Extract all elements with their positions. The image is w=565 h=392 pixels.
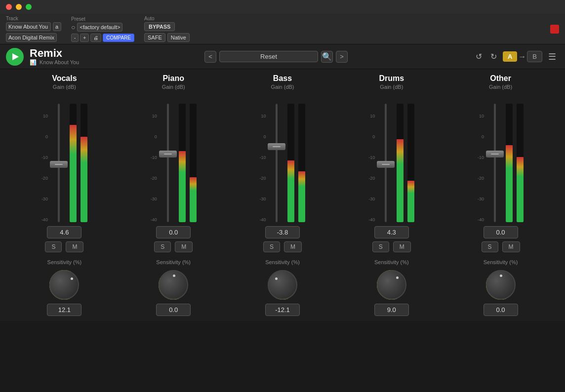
fader-handle-1[interactable]: [159, 151, 177, 157]
acon-select[interactable]: Acon Digital Remix: [6, 33, 57, 42]
sensitivity-value-2[interactable]: -12.1: [265, 304, 300, 316]
fader-handle-2[interactable]: [268, 143, 285, 150]
record-indicator: [550, 25, 559, 34]
print-button[interactable]: 🖨: [90, 34, 101, 42]
solo-button-4[interactable]: S: [482, 241, 498, 252]
auto-label: Auto: [144, 16, 190, 21]
fader-track-container-0[interactable]: [52, 104, 66, 222]
gain-label-1: Gain (dB): [162, 84, 185, 90]
scale-label: -10: [259, 155, 266, 160]
scale-labels-0: 100-10-20-30-40: [41, 114, 48, 222]
sensitivity-value-3[interactable]: 9.0: [374, 304, 409, 316]
scale-label: -10: [41, 155, 48, 160]
nav-reset-label: Reset: [219, 51, 318, 62]
knob-dot-4: [500, 274, 502, 277]
fader-track-container-2[interactable]: [270, 104, 283, 222]
preset-sub-controls: - + 🖨 COMPARE: [71, 34, 134, 42]
sensitivity-value-4[interactable]: 0.0: [484, 304, 518, 316]
gain-value-1[interactable]: 0.0: [156, 226, 191, 238]
native-button[interactable]: Native: [167, 33, 190, 42]
fader-track-container-3[interactable]: [379, 104, 393, 222]
plus-button[interactable]: +: [80, 34, 89, 42]
sensitivity-value-0[interactable]: 12.1: [47, 304, 81, 316]
scale-label: -10: [368, 155, 375, 160]
vu-right-bar-4: [517, 157, 524, 222]
preset-select[interactable]: <factory default>: [77, 23, 122, 32]
channel-vocals: VocalsGain (dB)100-10-20-30-404.6SMSensi…: [15, 74, 114, 316]
safe-button[interactable]: SAFE: [144, 33, 165, 42]
nav-back-button[interactable]: <: [204, 51, 216, 63]
scale-label: 10: [259, 114, 266, 118]
fader-track-container-1[interactable]: [161, 104, 175, 222]
knob-4[interactable]: [486, 270, 516, 300]
fader-handle-0[interactable]: [50, 161, 68, 168]
vu-right-1: [190, 104, 197, 222]
sm-buttons-1: SM: [154, 241, 193, 252]
scale-label: -30: [368, 196, 375, 201]
scale-label: 10: [41, 114, 48, 118]
gain-value-3[interactable]: 4.3: [374, 226, 409, 238]
fader-handle-line-0: [55, 164, 63, 165]
play-button[interactable]: [6, 48, 24, 66]
solo-button-0[interactable]: S: [45, 241, 62, 252]
preset-controls: ○ <factory default>: [71, 23, 134, 32]
maximize-button[interactable]: [26, 4, 32, 10]
scale-label: -40: [368, 217, 375, 222]
gain-value-0[interactable]: 4.6: [47, 226, 81, 238]
mute-button-4[interactable]: M: [502, 241, 520, 252]
a-button[interactable]: A: [503, 51, 517, 62]
menu-button[interactable]: ☰: [545, 50, 559, 63]
solo-button-1[interactable]: S: [154, 241, 171, 252]
knob-container-3[interactable]: [377, 270, 406, 300]
gain-value-2[interactable]: -3.8: [265, 226, 300, 238]
search-button[interactable]: 🔍: [321, 51, 333, 63]
channel-bass: BassGain (dB)100-10-20-30-40-3.8SMSensit…: [233, 74, 332, 316]
fader-track-container-4[interactable]: [488, 104, 502, 222]
undo-button[interactable]: ↺: [473, 51, 485, 63]
knob-container-4[interactable]: [486, 270, 516, 300]
gain-label-3: Gain (dB): [380, 84, 403, 90]
track-option-select[interactable]: a: [53, 22, 61, 31]
track-controls: Know About You a: [6, 22, 61, 31]
close-button[interactable]: [6, 4, 12, 10]
knob-3[interactable]: [377, 270, 406, 300]
vu-left-2: [287, 104, 294, 222]
vu-left-0: [70, 104, 77, 222]
sensitivity-value-1[interactable]: 0.0: [156, 304, 191, 316]
scale-label: -20: [259, 176, 266, 181]
track-group: Track Know About You a Acon Digital Remi…: [6, 16, 61, 42]
minimize-button[interactable]: [16, 4, 22, 10]
knob-1[interactable]: [159, 270, 188, 300]
title-bar: [0, 0, 565, 14]
nav-forward-button[interactable]: >: [336, 51, 348, 63]
preset-circle-icon[interactable]: ○: [71, 23, 75, 31]
play-icon: [12, 53, 19, 60]
vu-left-3: [397, 104, 404, 222]
mute-button-3[interactable]: M: [393, 241, 411, 252]
solo-button-2[interactable]: S: [263, 241, 280, 252]
gain-value-4[interactable]: 0.0: [484, 226, 518, 238]
knob-2[interactable]: [268, 270, 297, 300]
fader-handle-line-1: [164, 154, 172, 155]
b-button[interactable]: B: [527, 51, 542, 62]
mute-button-0[interactable]: M: [66, 241, 83, 252]
track-name-select[interactable]: Know About You: [6, 22, 51, 31]
knob-container-1[interactable]: [159, 270, 188, 300]
knob-container-2[interactable]: [268, 270, 297, 300]
scale-label: -20: [478, 176, 484, 181]
minus-button[interactable]: -: [71, 34, 79, 42]
mute-button-1[interactable]: M: [175, 241, 193, 252]
fader-handle-3[interactable]: [377, 161, 395, 168]
fader-handle-4[interactable]: [486, 151, 504, 157]
sensitivity-label-2: Sensitivity (%): [265, 259, 300, 265]
bypass-button[interactable]: BYPASS: [144, 22, 175, 31]
scale-label: 0: [368, 134, 375, 139]
compare-button[interactable]: COMPARE: [103, 34, 134, 42]
ab-arrow-button[interactable]: →: [518, 52, 526, 61]
scale-labels-1: 100-10-20-30-40: [151, 114, 157, 222]
mute-button-2[interactable]: M: [284, 241, 302, 252]
knob-container-0[interactable]: [49, 270, 79, 300]
solo-button-3[interactable]: S: [372, 241, 389, 252]
redo-button[interactable]: ↻: [488, 51, 500, 63]
scale-label: 10: [478, 114, 484, 118]
